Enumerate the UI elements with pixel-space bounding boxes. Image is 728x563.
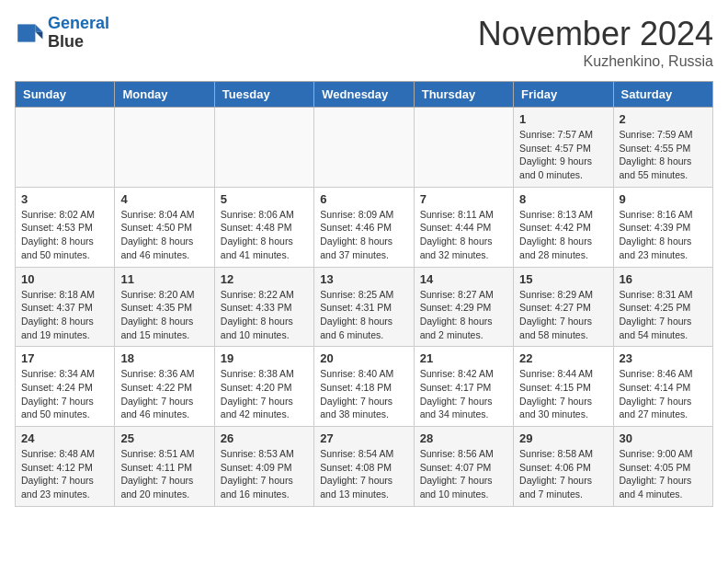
calendar-cell: 20Sunrise: 8:40 AM Sunset: 4:18 PM Dayli…: [314, 347, 414, 427]
logo-text: General Blue: [48, 15, 109, 52]
day-number: 26: [221, 431, 308, 445]
day-number: 20: [320, 351, 407, 365]
calendar-cell: 4Sunrise: 8:04 AM Sunset: 4:50 PM Daylig…: [115, 187, 214, 267]
svg-marker-1: [35, 31, 42, 39]
day-info: Sunrise: 8:56 AM Sunset: 4:07 PM Dayligh…: [420, 447, 507, 501]
day-info: Sunrise: 8:40 AM Sunset: 4:18 PM Dayligh…: [320, 367, 407, 421]
day-info: Sunrise: 8:18 AM Sunset: 4:37 PM Dayligh…: [21, 288, 108, 342]
day-info: Sunrise: 8:04 AM Sunset: 4:50 PM Dayligh…: [120, 208, 208, 262]
day-number: 23: [620, 351, 707, 365]
weekday-header: Friday: [514, 82, 613, 108]
day-number: 10: [21, 272, 108, 286]
weekday-header: Monday: [115, 82, 214, 108]
calendar-cell: 28Sunrise: 8:56 AM Sunset: 4:07 PM Dayli…: [414, 427, 513, 507]
day-number: 13: [320, 272, 407, 286]
day-number: 3: [21, 192, 108, 206]
month-title: November 2024: [478, 15, 713, 53]
day-info: Sunrise: 8:06 AM Sunset: 4:48 PM Dayligh…: [221, 208, 308, 262]
day-number: 4: [120, 192, 208, 206]
day-info: Sunrise: 8:27 AM Sunset: 4:29 PM Dayligh…: [420, 288, 507, 342]
day-info: Sunrise: 8:22 AM Sunset: 4:33 PM Dayligh…: [221, 288, 308, 342]
weekday-header: Saturday: [613, 82, 712, 108]
day-info: Sunrise: 8:54 AM Sunset: 4:08 PM Dayligh…: [320, 447, 407, 501]
day-info: Sunrise: 8:20 AM Sunset: 4:35 PM Dayligh…: [120, 288, 208, 342]
day-number: 29: [519, 431, 607, 445]
day-number: 9: [620, 192, 707, 206]
day-number: 22: [519, 351, 607, 365]
calendar-cell: 6Sunrise: 8:09 AM Sunset: 4:46 PM Daylig…: [314, 187, 414, 267]
day-info: Sunrise: 7:59 AM Sunset: 4:55 PM Dayligh…: [620, 128, 707, 182]
day-info: Sunrise: 8:51 AM Sunset: 4:11 PM Dayligh…: [120, 447, 208, 501]
day-info: Sunrise: 8:09 AM Sunset: 4:46 PM Dayligh…: [320, 208, 407, 262]
day-number: 21: [420, 351, 507, 365]
day-info: Sunrise: 8:16 AM Sunset: 4:39 PM Dayligh…: [620, 208, 707, 262]
day-info: Sunrise: 8:48 AM Sunset: 4:12 PM Dayligh…: [21, 447, 108, 501]
day-info: Sunrise: 9:00 AM Sunset: 4:05 PM Dayligh…: [620, 447, 707, 501]
calendar-cell: 12Sunrise: 8:22 AM Sunset: 4:33 PM Dayli…: [214, 267, 313, 347]
calendar-cell: [214, 108, 313, 188]
day-number: 28: [420, 431, 507, 445]
calendar-cell: 14Sunrise: 8:27 AM Sunset: 4:29 PM Dayli…: [414, 267, 513, 347]
day-info: Sunrise: 8:58 AM Sunset: 4:06 PM Dayligh…: [519, 447, 607, 501]
day-number: 25: [120, 431, 208, 445]
day-info: Sunrise: 8:25 AM Sunset: 4:31 PM Dayligh…: [320, 288, 407, 342]
day-number: 14: [420, 272, 507, 286]
weekday-header: Sunday: [16, 82, 115, 108]
calendar-cell: 9Sunrise: 8:16 AM Sunset: 4:39 PM Daylig…: [613, 187, 712, 267]
calendar-cell: 17Sunrise: 8:34 AM Sunset: 4:24 PM Dayli…: [16, 347, 115, 427]
weekday-header: Thursday: [414, 82, 513, 108]
svg-rect-2: [17, 24, 35, 41]
day-info: Sunrise: 8:13 AM Sunset: 4:42 PM Dayligh…: [519, 208, 607, 262]
day-number: 17: [21, 351, 108, 365]
day-info: Sunrise: 8:53 AM Sunset: 4:09 PM Dayligh…: [221, 447, 308, 501]
calendar-cell: 18Sunrise: 8:36 AM Sunset: 4:22 PM Dayli…: [115, 347, 214, 427]
weekday-header-row: SundayMondayTuesdayWednesdayThursdayFrid…: [16, 82, 713, 108]
day-number: 18: [120, 351, 208, 365]
calendar-cell: 23Sunrise: 8:46 AM Sunset: 4:14 PM Dayli…: [613, 347, 712, 427]
calendar-cell: [314, 108, 414, 188]
calendar-cell: 16Sunrise: 8:31 AM Sunset: 4:25 PM Dayli…: [613, 267, 712, 347]
day-info: Sunrise: 8:38 AM Sunset: 4:20 PM Dayligh…: [221, 367, 308, 421]
calendar-cell: 27Sunrise: 8:54 AM Sunset: 4:08 PM Dayli…: [314, 427, 414, 507]
day-info: Sunrise: 8:42 AM Sunset: 4:17 PM Dayligh…: [420, 367, 507, 421]
weekday-header: Wednesday: [314, 82, 414, 108]
logo-icon: [15, 18, 44, 48]
day-number: 24: [21, 431, 108, 445]
day-number: 2: [620, 112, 707, 126]
calendar-cell: 10Sunrise: 8:18 AM Sunset: 4:37 PM Dayli…: [16, 267, 115, 347]
logo: General Blue: [15, 15, 109, 52]
day-number: 11: [120, 272, 208, 286]
calendar-cell: 8Sunrise: 8:13 AM Sunset: 4:42 PM Daylig…: [514, 187, 613, 267]
calendar-week-row: 17Sunrise: 8:34 AM Sunset: 4:24 PM Dayli…: [16, 347, 713, 427]
calendar-cell: 30Sunrise: 9:00 AM Sunset: 4:05 PM Dayli…: [613, 427, 712, 507]
day-info: Sunrise: 8:44 AM Sunset: 4:15 PM Dayligh…: [519, 367, 607, 421]
calendar-week-row: 1Sunrise: 7:57 AM Sunset: 4:57 PM Daylig…: [16, 108, 713, 188]
calendar-table: SundayMondayTuesdayWednesdayThursdayFrid…: [15, 81, 713, 507]
day-info: Sunrise: 8:29 AM Sunset: 4:27 PM Dayligh…: [519, 288, 607, 342]
day-number: 19: [221, 351, 308, 365]
day-info: Sunrise: 8:11 AM Sunset: 4:44 PM Dayligh…: [420, 208, 507, 262]
calendar-cell: 5Sunrise: 8:06 AM Sunset: 4:48 PM Daylig…: [214, 187, 313, 267]
calendar-cell: 2Sunrise: 7:59 AM Sunset: 4:55 PM Daylig…: [613, 108, 712, 188]
calendar-cell: 13Sunrise: 8:25 AM Sunset: 4:31 PM Dayli…: [314, 267, 414, 347]
day-number: 15: [519, 272, 607, 286]
day-number: 8: [519, 192, 607, 206]
day-info: Sunrise: 8:34 AM Sunset: 4:24 PM Dayligh…: [21, 367, 108, 421]
day-number: 30: [620, 431, 707, 445]
day-info: Sunrise: 8:46 AM Sunset: 4:14 PM Dayligh…: [620, 367, 707, 421]
calendar-cell: 29Sunrise: 8:58 AM Sunset: 4:06 PM Dayli…: [514, 427, 613, 507]
day-number: 27: [320, 431, 407, 445]
day-info: Sunrise: 8:31 AM Sunset: 4:25 PM Dayligh…: [620, 288, 707, 342]
calendar-cell: 3Sunrise: 8:02 AM Sunset: 4:53 PM Daylig…: [16, 187, 115, 267]
day-number: 5: [221, 192, 308, 206]
calendar-week-row: 3Sunrise: 8:02 AM Sunset: 4:53 PM Daylig…: [16, 187, 713, 267]
calendar-cell: [115, 108, 214, 188]
calendar-week-row: 24Sunrise: 8:48 AM Sunset: 4:12 PM Dayli…: [16, 427, 713, 507]
location: Kuzhenkino, Russia: [478, 53, 713, 70]
page-header: General Blue November 2024 Kuzhenkino, R…: [15, 15, 713, 70]
day-info: Sunrise: 7:57 AM Sunset: 4:57 PM Dayligh…: [519, 128, 607, 182]
calendar-cell: 1Sunrise: 7:57 AM Sunset: 4:57 PM Daylig…: [514, 108, 613, 188]
calendar-cell: 24Sunrise: 8:48 AM Sunset: 4:12 PM Dayli…: [16, 427, 115, 507]
calendar-cell: 19Sunrise: 8:38 AM Sunset: 4:20 PM Dayli…: [214, 347, 313, 427]
day-number: 16: [620, 272, 707, 286]
